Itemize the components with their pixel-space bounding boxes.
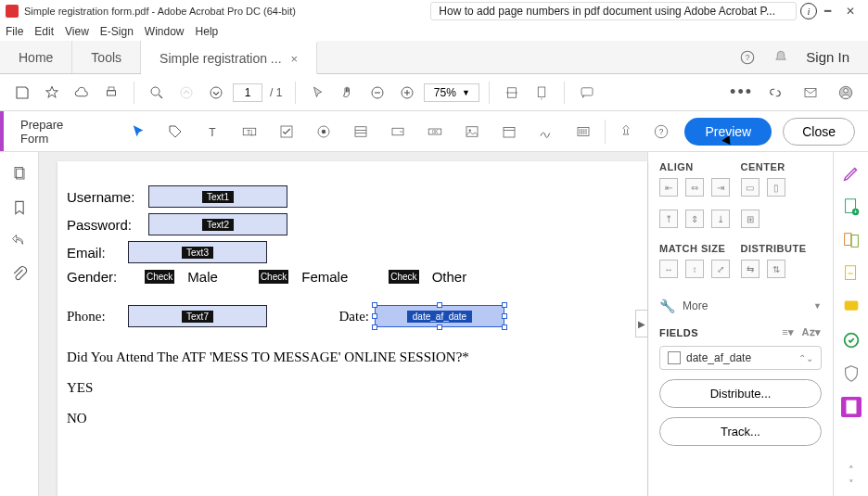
button-tool-icon[interactable]: OK (423, 120, 447, 144)
distribute-h-icon[interactable]: ⇆ (741, 260, 760, 278)
attachment-icon[interactable] (10, 265, 29, 284)
rail-down-icon[interactable]: ˅ (849, 478, 854, 490)
dropdown-tool-icon[interactable] (386, 120, 410, 144)
tab-home[interactable]: Home (0, 41, 72, 73)
text-tool-icon[interactable]: T (200, 120, 224, 144)
minimize-button[interactable]: ━ (824, 5, 831, 18)
other-checkbox-field[interactable]: Check (389, 270, 418, 284)
center-v-icon[interactable]: ▯ (767, 178, 785, 197)
list-tool-icon[interactable] (349, 120, 373, 144)
hand-icon[interactable] (335, 80, 361, 106)
text-field-tool-icon[interactable]: T| (237, 120, 262, 144)
sort-az-icon[interactable]: Aᴢ▾ (802, 326, 822, 338)
edit-tool-icon[interactable] (841, 163, 862, 184)
image-tool-icon[interactable] (460, 120, 484, 144)
rail-up-icon[interactable]: ˄ (849, 464, 854, 477)
align-vcenter-icon[interactable]: ⇕ (685, 210, 704, 228)
star-icon[interactable] (39, 80, 65, 106)
info-icon[interactable]: i (800, 3, 817, 19)
align-left-icon[interactable]: ⇤ (659, 178, 678, 197)
align-hcenter-icon[interactable]: ⇔ (685, 178, 704, 197)
help-prep-icon[interactable]: ? (649, 120, 673, 144)
notification-banner[interactable]: How to add page numbers in pdf document … (430, 2, 797, 20)
revert-icon[interactable] (10, 232, 29, 250)
more-label[interactable]: More (683, 299, 708, 312)
export-pdf-icon[interactable] (841, 230, 862, 250)
link-icon[interactable] (762, 80, 788, 106)
username-field[interactable]: Text1 (148, 185, 287, 208)
date-tool-icon[interactable] (497, 120, 521, 144)
close-window-button[interactable]: ✕ (846, 5, 855, 18)
tab-document[interactable]: Simple registration ...× (141, 41, 317, 74)
cloud-icon[interactable] (69, 80, 95, 106)
expand-right-icon[interactable]: ▶ (635, 310, 648, 337)
thumbnails-icon[interactable] (10, 165, 29, 184)
print-icon[interactable] (98, 80, 124, 106)
menu-esign[interactable]: E-Sign (100, 25, 134, 38)
help-icon[interactable]: ? (739, 49, 756, 66)
match-width-icon[interactable]: ↔ (659, 260, 678, 278)
comment-tool-icon[interactable] (841, 297, 862, 317)
close-button[interactable]: Close (783, 118, 855, 146)
checkbox-tool-icon[interactable] (274, 120, 299, 144)
prepare-form-tool-icon[interactable] (841, 397, 862, 417)
pointer-icon[interactable] (305, 80, 331, 106)
zoom-in-icon[interactable] (394, 80, 420, 106)
save-icon[interactable] (9, 80, 35, 106)
create-pdf-icon[interactable]: + (841, 197, 862, 217)
bookmark-icon[interactable] (10, 198, 29, 217)
center-both-icon[interactable]: ⊞ (741, 210, 760, 228)
protect-icon[interactable] (841, 363, 862, 384)
page-up-icon[interactable] (173, 80, 199, 106)
sign-in-link[interactable]: Sign In (806, 49, 849, 65)
signature-tool-icon[interactable] (534, 120, 558, 144)
date-field-selected[interactable]: date_af_date (375, 305, 504, 327)
sort-icon[interactable]: ≡▾ (782, 326, 794, 338)
menu-file[interactable]: File (6, 25, 23, 38)
fit-width-icon[interactable] (499, 80, 525, 106)
page-down-icon[interactable] (203, 80, 229, 106)
field-list-item[interactable]: date_af_date ⌃⌄ (659, 346, 822, 370)
menu-window[interactable]: Window (145, 25, 185, 38)
comment-icon[interactable] (574, 80, 600, 106)
profile-icon[interactable] (833, 80, 859, 106)
zoom-out-icon[interactable] (364, 80, 390, 106)
close-tab-icon[interactable]: × (291, 52, 299, 66)
pin-icon[interactable] (614, 120, 638, 144)
match-height-icon[interactable]: ↕ (685, 260, 704, 278)
page-number-input[interactable] (233, 83, 262, 102)
match-both-icon[interactable]: ⤢ (711, 260, 730, 278)
distribute-button[interactable]: Distribute... (659, 379, 822, 408)
phone-field[interactable]: Text7 (128, 305, 267, 327)
barcode-tool-icon[interactable] (571, 120, 595, 144)
mail-icon[interactable] (798, 80, 823, 106)
more-tools-icon[interactable]: ••• (730, 83, 753, 102)
track-button[interactable]: Track... (659, 417, 822, 446)
combine-icon[interactable] (841, 330, 862, 350)
document-page[interactable]: Username: Text1 Password: Text2 Email: T… (57, 161, 647, 496)
tag-tool-icon[interactable] (163, 120, 187, 144)
zoom-select[interactable]: 75%▼ (424, 83, 479, 102)
organize-icon[interactable] (841, 263, 862, 284)
preview-button[interactable]: Preview (684, 118, 772, 146)
female-checkbox-field[interactable]: Check (259, 270, 288, 284)
tab-tools[interactable]: Tools (72, 41, 141, 73)
align-bottom-icon[interactable]: ⤓ (711, 210, 730, 228)
menu-edit[interactable]: Edit (34, 25, 54, 38)
bell-icon[interactable] (772, 49, 789, 66)
male-checkbox-field[interactable]: Check (145, 270, 174, 284)
radio-tool-icon[interactable] (312, 120, 336, 144)
distribute-v-icon[interactable]: ⇅ (767, 260, 785, 278)
menu-view[interactable]: View (65, 25, 89, 38)
center-h-icon[interactable]: ▭ (741, 178, 760, 197)
password-field[interactable]: Text2 (148, 213, 287, 235)
align-top-icon[interactable]: ⤒ (659, 210, 678, 228)
more-dropdown-icon[interactable]: ▼ (813, 301, 822, 311)
field-item-chevron-icon[interactable]: ⌃⌄ (798, 353, 813, 363)
select-tool-icon[interactable] (126, 120, 150, 144)
email-field[interactable]: Text3 (128, 241, 267, 263)
align-right-icon[interactable]: ⇥ (711, 178, 730, 197)
zoom-out-mag-icon[interactable] (144, 80, 170, 106)
fit-page-icon[interactable] (529, 80, 555, 106)
menu-help[interactable]: Help (196, 25, 219, 38)
